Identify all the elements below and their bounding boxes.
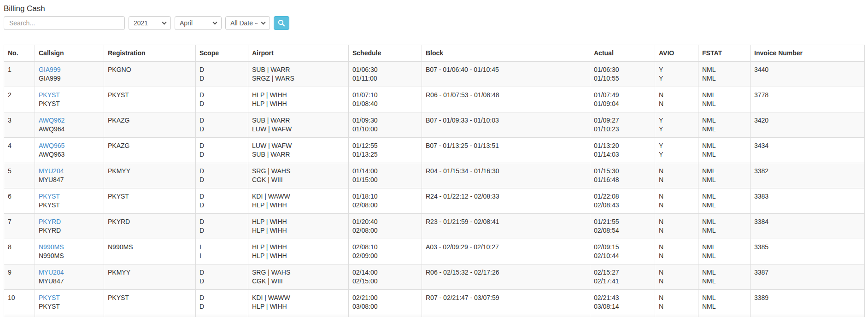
cell-no: 8 xyxy=(4,239,35,264)
cell-fstat: NMLNML xyxy=(698,163,751,188)
avio-value: N xyxy=(659,277,694,286)
cell-callsign: PKYRDPKYRD xyxy=(35,214,104,239)
cell-actual: 01/22:0802/08:43 xyxy=(590,188,655,214)
cell-callsign: MYU204MYU847 xyxy=(35,264,104,290)
cell-schedule xyxy=(349,315,422,317)
cell-schedule: 01/20:4002/08:00 xyxy=(349,214,422,239)
avio-value: N xyxy=(659,226,694,235)
callsign-link[interactable]: MYU204 xyxy=(39,167,100,176)
search-button[interactable] xyxy=(274,16,289,30)
cell-scope: DD xyxy=(196,214,248,239)
cell-invoice-number: 3389 xyxy=(751,290,865,315)
cell-no: 1 xyxy=(4,62,35,87)
cell-actual: 01/21:5502/08:54 xyxy=(590,214,655,239)
cell-no: 10 xyxy=(4,290,35,315)
scope-value: D xyxy=(199,74,244,83)
cell-scope: DD xyxy=(196,87,248,112)
cell-airport xyxy=(248,315,349,317)
callsign-link[interactable]: PKYRD xyxy=(39,217,100,226)
cell-airport: HLP | WIHHHLP | WIHH xyxy=(248,214,349,239)
avio-value: N xyxy=(659,100,694,108)
fstat-value: NML xyxy=(702,141,746,150)
invoice-number-value: 3387 xyxy=(754,268,861,277)
actual-value: 01/21:55 xyxy=(594,217,651,226)
block-value: R23 - 01/21:59 - 02/08:41 xyxy=(426,217,586,226)
cell-airport: HLP | WIHHHLP | WIHH xyxy=(248,87,349,112)
table-row: 1GIA999GIA999PKGNODDSUB | WARRSRGZ | WAR… xyxy=(4,62,865,87)
callsign-link[interactable]: PKYST xyxy=(39,192,100,201)
month-select[interactable]: April xyxy=(175,16,222,30)
cell-callsign: GIA999GIA999 xyxy=(35,62,104,87)
callsign-link[interactable]: AWQ965 xyxy=(39,141,100,150)
cell-invoice-number: 3434 xyxy=(751,138,865,163)
cell-registration: PKAZG xyxy=(104,138,196,163)
avio-value: N xyxy=(659,167,694,176)
column-header-registration: Registration xyxy=(104,45,196,62)
date-select[interactable]: All Date -- xyxy=(225,16,270,30)
scope-value: D xyxy=(199,302,244,311)
scope-value: D xyxy=(199,176,244,184)
invoice-number-value: 3778 xyxy=(754,91,861,100)
callsign-link[interactable]: MYU204 xyxy=(39,268,100,277)
cell-actual: 01/07:4901/09:04 xyxy=(590,87,655,112)
fstat-value: NML xyxy=(702,65,746,74)
table-row: 5MYU204MYU847PKMYYDDSRG | WAHSCGK | WIII… xyxy=(4,163,865,188)
no-value: 8 xyxy=(8,243,31,252)
actual-value: 01/10:55 xyxy=(594,74,651,83)
fstat-value: NML xyxy=(702,294,746,302)
billing-cash-page: Billing Cash 2021 April All Date -- xyxy=(0,0,868,317)
year-select[interactable]: 2021 xyxy=(129,16,171,30)
page-title: Billing Cash xyxy=(4,4,864,14)
cell-avio: NN xyxy=(655,239,698,264)
schedule-value: 01/11:00 xyxy=(352,74,418,83)
actual-value: 01/07:49 xyxy=(594,91,651,100)
schedule-value: 02/15:00 xyxy=(352,277,418,286)
search-input[interactable] xyxy=(4,16,125,30)
cell-callsign: PKYSTPKYST xyxy=(35,188,104,214)
cell-actual xyxy=(590,315,655,317)
cell-block: R07 - 02/21:47 - 03/07:59 xyxy=(422,290,590,315)
callsign-link[interactable]: N990MS xyxy=(39,243,100,252)
column-header-avio: AVIO xyxy=(655,45,698,62)
actual-value: 01/13:20 xyxy=(594,141,651,150)
cell-schedule: 01/09:3001/10:00 xyxy=(349,112,422,138)
column-header-actual: Actual xyxy=(590,45,655,62)
callsign-link[interactable]: PKYST xyxy=(39,294,100,302)
callsign-link[interactable]: PKYST xyxy=(39,91,100,100)
invoice-number-value: 3389 xyxy=(754,294,861,302)
cell-invoice-number: 3382 xyxy=(751,163,865,188)
column-header-block: Block xyxy=(422,45,590,62)
cell-registration: N990MS xyxy=(104,239,196,264)
cell-scope: DD xyxy=(196,163,248,188)
scope-value: I xyxy=(199,243,244,252)
billing-table: No.CallsignRegistrationScopeAirportSched… xyxy=(4,45,865,317)
filter-bar: 2021 April All Date -- xyxy=(4,16,864,30)
avio-value: N xyxy=(659,268,694,277)
schedule-value: 01/07:10 xyxy=(352,91,418,100)
actual-value: 01/15:30 xyxy=(594,167,651,176)
cell-callsign: AWQ965AWQ963 xyxy=(35,138,104,163)
callsign-value: N990MS xyxy=(39,252,100,260)
cell-airport: KDI | WAWWHLP | WIHH xyxy=(248,290,349,315)
avio-value: Y xyxy=(659,150,694,159)
invoice-number-value: 3383 xyxy=(754,192,861,201)
actual-value: 01/10:23 xyxy=(594,125,651,134)
no-value: 1 xyxy=(8,65,31,74)
avio-value: Y xyxy=(659,65,694,74)
registration-value: PKMYY xyxy=(108,167,192,176)
callsign-link[interactable]: GIA999 xyxy=(39,65,100,74)
airport-value: KDI | WAWW xyxy=(252,294,345,302)
schedule-value: 02/09:00 xyxy=(352,252,418,260)
cell-airport: KDI | WAWWHLP | WIHH xyxy=(248,188,349,214)
cell-registration: PKMYY xyxy=(104,264,196,290)
cell-callsign xyxy=(35,315,104,317)
actual-value: 01/16:48 xyxy=(594,176,651,184)
schedule-value: 01/08:40 xyxy=(352,100,418,108)
callsign-link[interactable]: AWQ962 xyxy=(39,116,100,125)
avio-value: N xyxy=(659,192,694,201)
cell-avio xyxy=(655,315,698,317)
airport-value: SRG | WAHS xyxy=(252,167,345,176)
fstat-value: NML xyxy=(702,74,746,83)
cell-fstat: NMLNML xyxy=(698,112,751,138)
fstat-value: NML xyxy=(702,201,746,210)
